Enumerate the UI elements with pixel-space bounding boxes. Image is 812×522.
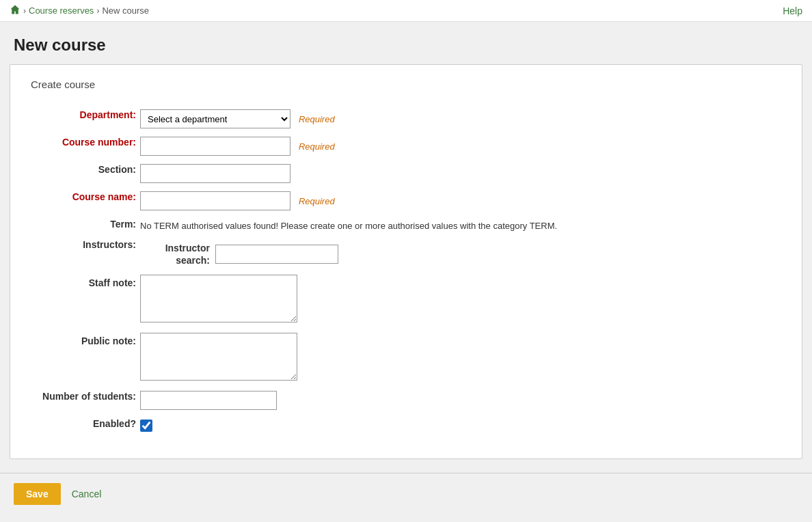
department-select[interactable]: Select a department — [140, 109, 290, 128]
course-number-required: Required — [299, 141, 335, 152]
breadcrumb: › Course reserves › New course — [10, 4, 149, 17]
enabled-label: Enabled? — [31, 414, 140, 438]
form-table: Department: Select a department Required… — [31, 105, 781, 438]
instructors-field-cell: Instructor search: — [140, 235, 781, 271]
course-name-row: Course name: Required — [31, 187, 781, 215]
form-section-title: Create course — [31, 79, 781, 90]
term-field-cell: No TERM authorised values found! Please … — [140, 215, 781, 235]
cancel-link[interactable]: Cancel — [72, 489, 102, 499]
breadcrumb-separator-1: › — [23, 6, 26, 16]
course-number-field-cell: Required — [140, 133, 781, 160]
department-label: Department: — [31, 105, 140, 133]
home-link[interactable] — [10, 4, 21, 17]
staff-note-label: Staff note: — [31, 271, 140, 329]
footer-buttons: Save Cancel — [0, 473, 812, 514]
term-label: Term: — [31, 215, 140, 235]
number-of-students-row: Number of students: — [31, 387, 781, 414]
department-required: Required — [299, 114, 335, 124]
section-input[interactable] — [140, 164, 290, 183]
term-message: No TERM authorised values found! Please … — [140, 217, 557, 231]
page-title: New course — [14, 36, 798, 55]
course-name-label: Course name: — [31, 187, 140, 215]
enabled-field-cell — [140, 414, 781, 438]
save-button[interactable]: Save — [14, 483, 61, 505]
course-reserves-link[interactable]: Course reserves — [29, 5, 94, 16]
number-of-students-field-cell — [140, 387, 781, 414]
help-link[interactable]: Help — [783, 5, 802, 16]
staff-note-row: Staff note: — [31, 271, 781, 329]
enabled-row: Enabled? — [31, 414, 781, 438]
public-note-field-cell — [140, 329, 781, 387]
public-note-label: Public note: — [31, 329, 140, 387]
breadcrumb-current: New course — [102, 5, 149, 16]
section-field-cell — [140, 160, 781, 187]
instructor-search-input[interactable] — [215, 245, 338, 264]
section-row: Section: — [31, 160, 781, 187]
number-of-students-input[interactable] — [140, 391, 277, 410]
page-title-area: New course — [0, 22, 812, 64]
instructors-label: Instructors: — [31, 235, 140, 271]
breadcrumb-separator-2: › — [96, 6, 99, 16]
department-field-cell: Select a department Required — [140, 105, 781, 133]
course-name-input[interactable] — [140, 191, 290, 210]
staff-note-field-cell — [140, 271, 781, 329]
course-name-required: Required — [299, 196, 335, 206]
course-name-field-cell: Required — [140, 187, 781, 215]
public-note-row: Public note: — [31, 329, 781, 387]
term-row: Term: No TERM authorised values found! P… — [31, 215, 781, 235]
instructors-row: Instructors: Instructor search: — [31, 235, 781, 271]
number-of-students-label: Number of students: — [31, 387, 140, 414]
create-course-form: Create course Department: Select a depar… — [10, 64, 802, 459]
instructor-search-wrapper: Instructor search: — [140, 239, 777, 266]
course-number-input[interactable] — [140, 137, 290, 156]
enabled-checkbox[interactable] — [140, 420, 152, 432]
course-number-label: Course number: — [31, 133, 140, 160]
instructor-search-label: Instructor search: — [140, 242, 215, 266]
course-number-row: Course number: Required — [31, 133, 781, 160]
home-icon — [10, 4, 21, 15]
staff-note-textarea[interactable] — [140, 275, 297, 322]
section-label: Section: — [31, 160, 140, 187]
public-note-textarea[interactable] — [140, 333, 297, 381]
department-row: Department: Select a department Required — [31, 105, 781, 133]
topbar: › Course reserves › New course Help — [0, 0, 812, 22]
